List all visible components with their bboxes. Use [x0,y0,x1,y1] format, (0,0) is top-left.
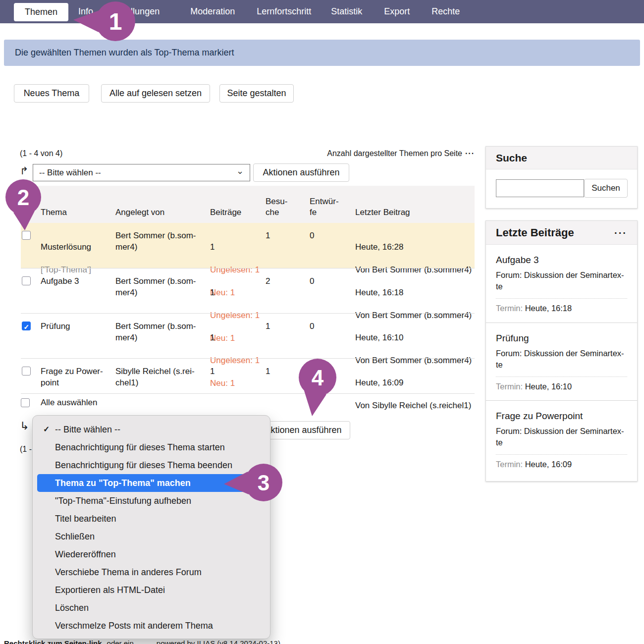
topic-title[interactable]: Aufgabe 3 [41,275,112,287]
menu-item-benachrichtigung-starten[interactable]: Benachrichtigung für dieses Thema starte… [37,438,266,456]
success-banner: Die gewählten Themen wurden als Top-Them… [4,40,640,66]
col-header-thema[interactable]: Thema [41,207,112,218]
last-post-time: Heute, 16:10 [355,332,474,343]
tab-statistik[interactable]: Statistik [331,6,362,17]
latest-posts-menu-icon[interactable]: ··· [614,221,627,245]
dotted-divider [496,376,627,377]
tab-moderation[interactable]: Moderation [190,6,235,17]
menu-item-exportieren-html[interactable]: Exportieren als HTML-Datei [37,581,266,599]
list-item: Prüfung Forum: Diskussion der Seminartex… [486,322,637,400]
tab-bar: Themen Info Einstellungen Moderation Ler… [0,0,644,23]
per-page-control: Anzahl dargestellter Themen pro Seite··· [299,149,475,158]
select-all-label: Alle auswählen [41,398,97,408]
post-title[interactable]: Aufgabe 3 [496,255,627,266]
last-post-author[interactable]: Sibylle Reichel (s.reichel1) [372,401,471,410]
menu-item-wiedereroeffnen[interactable]: Wiedereröffnen [37,545,266,563]
menu-item-verschiebe-thema[interactable]: Verschiebe Thema in anderes Forum [37,563,266,581]
forum-admin-page: Themen Info Einstellungen Moderation Ler… [0,0,644,644]
latest-posts-title: Letzte Beiträge [496,226,574,239]
mark-all-read-button[interactable]: Alle auf gelesen setzen [101,84,210,103]
row-checkbox[interactable] [22,367,31,376]
last-post-by-label: Von [355,401,370,410]
menu-item-schliessen[interactable]: Schließen [37,528,266,545]
termin-value: Heute, 16:10 [525,382,572,391]
tab-themen[interactable]: Themen [14,3,68,21]
design-page-button[interactable]: Seite gestalten [219,84,294,103]
footer-powered-by[interactable]: powered by ILIAS (v8.14 2024-02-13) [157,639,280,644]
per-page-label: Anzahl dargestellter Themen pro Seite [327,149,462,158]
apply-actions-button-top[interactable]: Aktionen ausführen [253,163,349,182]
search-button[interactable]: Suchen [584,179,628,198]
menu-item-top-thema-machen[interactable]: Thema zu "Top-Thema" machen [37,474,266,492]
topic-author: Bert Sommer (b.som- mer4) [115,230,206,253]
tab-rechte[interactable]: Rechte [431,6,460,17]
list-item: Aufgabe 3 Forum: Diskussion der Seminart… [486,245,637,322]
table-row: Frage zu Power- point Sibylle Reichel (s… [21,358,475,394]
apply-to-selection-arrow-bottom-icon: ↳ [20,420,29,432]
col-header-beitraege[interactable]: Beiträge [210,207,264,218]
per-page-menu-icon[interactable]: ··· [465,149,475,158]
menu-item-bitte-waehlen[interactable]: ✓-- Bitte wählen -- [37,421,266,438]
visits-count: 1 [266,230,305,241]
topic-title[interactable]: Frage zu Power- point [41,366,112,388]
visits-count: 1 [266,321,305,332]
footer: Rechtsklick zum Seiten-link oder ein pow… [4,639,400,644]
topic-title[interactable]: Prüfung [41,321,112,332]
topic-author: Bert Sommer (b.som- mer4) [115,275,206,298]
tab-lernfortschritt[interactable]: Lernfortschritt [257,6,311,17]
topics-table: Thema Angelegt von Beiträge Besu- che En… [21,186,475,394]
post-forum: Forum: Diskussion der Seminartex- te [496,269,627,292]
table-row: Prüfung Bert Sommer (b.som- mer4) 1 Unge… [21,313,475,358]
topic-author: Bert Sommer (b.som- mer4) [115,321,206,343]
col-header-besuche[interactable]: Besu- che [266,196,305,218]
result-range-top: (1 - 4 von 4) [20,149,62,158]
col-header-letzter-beitrag[interactable]: Letzter Beitrag [355,207,474,218]
latest-posts-panel: Letzte Beiträge ··· Aufgabe 3 Forum: Dis… [485,220,638,482]
last-post-time: Heute, 16:28 [355,241,474,253]
row-checkbox[interactable] [22,231,31,240]
post-forum: Forum: Diskussion der Seminartex- te [496,348,627,371]
apply-to-selection-arrow-icon: ↱ [20,165,29,177]
action-select-top-value: -- Bitte wählen -- [39,168,101,178]
drafts-count: 0 [310,366,349,377]
search-panel: Suche Suchen [485,146,638,209]
visits-count: 2 [266,275,305,287]
post-title[interactable]: Prüfung [496,333,627,344]
action-select-top[interactable]: -- Bitte wählen -- ⌄ [33,164,250,181]
tab-export[interactable]: Export [384,6,410,17]
tab-info[interactable]: Info [78,6,93,17]
posts-count: 1 [210,241,264,253]
topic-author: Sibylle Reichel (s.rei- chel1) [115,366,206,388]
menu-item-benachrichtigung-beenden[interactable]: Benachrichtigung für dieses Thema beende… [37,456,266,474]
post-title[interactable]: Frage zu Powerpoint [496,411,627,422]
drafts-count: 0 [310,230,349,241]
termin-label: Termin: [496,304,523,313]
drafts-count: 0 [310,275,349,287]
menu-item-top-thema-aufheben[interactable]: "Top-Thema"-Einstufung aufheben [37,492,266,510]
menu-item-verschmelze-posts[interactable]: Verschmelze Posts mit anderem Thema [37,617,266,635]
row-checkbox[interactable] [22,276,31,285]
table-row: Musterlösung ['Top-Thema'] Bert Sommer (… [21,223,475,268]
menu-item-loeschen[interactable]: Löschen [37,599,266,617]
last-post-time: Heute, 16:09 [355,377,474,388]
tab-einstellungen[interactable]: Einstellungen [106,6,160,17]
row-checkbox-checked[interactable] [22,322,31,330]
termin-value: Heute, 16:09 [525,460,572,469]
col-header-angelegt-von[interactable]: Angelegt von [115,207,206,218]
search-panel-title: Suche [486,147,637,169]
new-topic-button[interactable]: Neues Thema [14,84,89,103]
drafts-count: 0 [310,321,349,332]
select-all-checkbox[interactable] [21,398,30,407]
termin-label: Termin: [496,382,523,391]
visits-count: 1 [266,366,305,377]
success-banner-text: Die gewählten Themen wurden als Top-Them… [15,48,234,58]
col-header-entwuerfe[interactable]: Entwür- fe [310,196,349,218]
table-row: Aufgabe 3 Bert Sommer (b.som- mer4) 1 Un… [21,268,475,313]
termin-value: Heute, 16:18 [525,304,572,313]
checkmark-icon: ✓ [43,421,50,438]
search-input[interactable] [496,179,584,197]
list-item: Frage zu Powerpoint Forum: Diskussion de… [486,400,637,478]
posts-count: 1 [210,366,264,377]
topic-title[interactable]: Musterlösung [41,241,112,253]
menu-item-titel-bearbeiten[interactable]: Titel bearbeiten [37,510,266,528]
